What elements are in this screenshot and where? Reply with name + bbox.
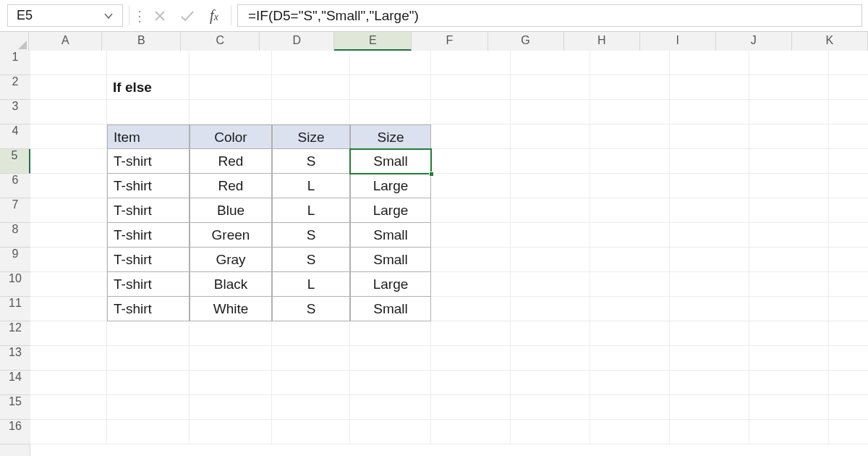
formula-bar-options[interactable]: ⋮ (135, 0, 144, 31)
cell-I8[interactable] (670, 223, 749, 248)
cell-E9[interactable]: Small (350, 248, 431, 272)
cell-C7[interactable]: Blue (190, 198, 272, 223)
cell-D12[interactable] (272, 321, 350, 346)
cell-I9[interactable] (670, 248, 749, 272)
cell-G14[interactable] (511, 371, 590, 395)
cell-E2[interactable] (350, 75, 431, 100)
select-all-button[interactable] (0, 32, 29, 51)
cell-H11[interactable] (590, 297, 670, 321)
cell-I5[interactable] (670, 149, 749, 174)
cell-J9[interactable] (749, 248, 829, 272)
name-box-input[interactable] (15, 7, 95, 24)
cell-K7[interactable] (829, 198, 868, 223)
cell-H7[interactable] (590, 198, 670, 223)
cell-B4[interactable]: Item (107, 124, 190, 149)
cell-G10[interactable] (511, 272, 590, 297)
cell-J14[interactable] (749, 371, 829, 395)
cell-F12[interactable] (431, 321, 511, 346)
cell-E14[interactable] (350, 371, 431, 395)
cell-D6[interactable]: L (272, 174, 350, 198)
cell-A15[interactable] (30, 395, 107, 420)
cell-A7[interactable] (30, 198, 107, 223)
cell-K11[interactable] (829, 297, 868, 321)
row-header-16[interactable]: 16 (0, 420, 30, 444)
cell-B9[interactable]: T-shirt (107, 248, 190, 272)
cell-G8[interactable] (511, 223, 590, 248)
cell-K12[interactable] (829, 321, 868, 346)
cell-K5[interactable] (829, 149, 868, 174)
cell-I1[interactable] (670, 51, 749, 75)
cell-G4[interactable] (511, 124, 590, 149)
formula-input-wrap[interactable] (237, 4, 862, 27)
name-box-dropdown[interactable] (95, 12, 122, 20)
column-header-B[interactable]: B (102, 32, 181, 51)
cell-I11[interactable] (670, 297, 749, 321)
cell-C8[interactable]: Green (190, 223, 272, 248)
cell-A4[interactable] (30, 124, 107, 149)
cell-H8[interactable] (590, 223, 670, 248)
cell-J4[interactable] (749, 124, 829, 149)
column-header-H[interactable]: H (564, 32, 640, 51)
column-header-K[interactable]: K (792, 32, 868, 51)
cell-A11[interactable] (30, 297, 107, 321)
cell-G1[interactable] (511, 51, 590, 75)
column-header-G[interactable]: G (488, 32, 564, 51)
cell-B13[interactable] (107, 346, 190, 371)
cell-E7[interactable]: Large (350, 198, 431, 223)
cell-B14[interactable] (107, 371, 190, 395)
cell-H12[interactable] (590, 321, 670, 346)
cell-G5[interactable] (511, 149, 590, 174)
cell-F2[interactable] (431, 75, 511, 100)
cell-C11[interactable]: White (190, 297, 272, 321)
cell-E6[interactable]: Large (350, 174, 431, 198)
cell-C5[interactable]: Red (190, 149, 272, 174)
cell-J7[interactable] (749, 198, 829, 223)
cell-B7[interactable]: T-shirt (107, 198, 190, 223)
cell-H1[interactable] (590, 51, 670, 75)
insert-function-button[interactable]: fx (203, 0, 225, 31)
cell-F9[interactable] (431, 248, 511, 272)
cell-E16[interactable] (350, 420, 431, 444)
cell-K1[interactable] (829, 51, 868, 75)
cell-J3[interactable] (749, 100, 829, 124)
cell-D5[interactable]: S (272, 149, 350, 174)
cell-I16[interactable] (670, 420, 749, 444)
cell-F11[interactable] (431, 297, 511, 321)
cell-I13[interactable] (670, 346, 749, 371)
cell-F14[interactable] (431, 371, 511, 395)
cell-G9[interactable] (511, 248, 590, 272)
cell-G13[interactable] (511, 346, 590, 371)
column-header-D[interactable]: D (260, 32, 334, 51)
row-header-7[interactable]: 7 (0, 198, 30, 223)
cell-J2[interactable] (749, 75, 829, 100)
cell-A8[interactable] (30, 223, 107, 248)
cell-B12[interactable] (107, 321, 190, 346)
cell-I10[interactable] (670, 272, 749, 297)
cell-J10[interactable] (749, 272, 829, 297)
cell-A10[interactable] (30, 272, 107, 297)
cell-F1[interactable] (431, 51, 511, 75)
cell-E10[interactable]: Large (350, 272, 431, 297)
row-header-14[interactable]: 14 (0, 371, 30, 395)
row-header-1[interactable]: 1 (0, 51, 30, 75)
cell-I3[interactable] (670, 100, 749, 124)
cell-G11[interactable] (511, 297, 590, 321)
cell-B2[interactable]: If else (107, 75, 190, 100)
cell-J11[interactable] (749, 297, 829, 321)
cell-E12[interactable] (350, 321, 431, 346)
cell-H6[interactable] (590, 174, 670, 198)
enter-button[interactable] (176, 0, 199, 31)
cell-J16[interactable] (749, 420, 829, 444)
cell-H13[interactable] (590, 346, 670, 371)
cell-G12[interactable] (511, 321, 590, 346)
cell-I6[interactable] (670, 174, 749, 198)
cell-H16[interactable] (590, 420, 670, 444)
row-header-2[interactable]: 2 (0, 75, 30, 100)
cell-C4[interactable]: Color (190, 124, 272, 149)
cell-F16[interactable] (431, 420, 511, 444)
cell-F3[interactable] (431, 100, 511, 124)
row-header-11[interactable]: 11 (0, 297, 30, 321)
cell-A16[interactable] (30, 420, 107, 444)
cell-D10[interactable]: L (272, 272, 350, 297)
cell-F6[interactable] (431, 174, 511, 198)
